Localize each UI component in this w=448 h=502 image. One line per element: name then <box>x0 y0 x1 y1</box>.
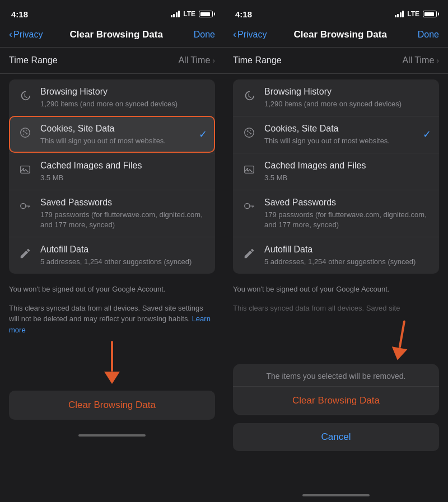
passwords-subtitle-right: 179 passwords (for flutterwave.com, dign… <box>264 210 431 230</box>
clear-data-button-left[interactable]: Clear Browsing Data <box>9 391 215 420</box>
time-range-selected-right: All Time <box>402 55 434 65</box>
svg-point-20 <box>245 203 250 208</box>
time-range-row-right[interactable]: Time Range All Time › <box>224 48 448 73</box>
cancel-label: Cancel <box>321 431 351 442</box>
data-list-left: Browsing History 1,290 items (and more o… <box>9 79 215 274</box>
footer-text-2-left: This clears synced data from all devices… <box>0 298 224 339</box>
browsing-history-title-left: Browsing History <box>40 86 207 98</box>
list-item-cookies-right[interactable]: Cookies, Site Data This will sign you ou… <box>233 116 439 153</box>
back-button-left[interactable]: ‹ Privacy <box>9 29 43 40</box>
cookie-icon-left <box>17 124 34 141</box>
svg-point-1 <box>23 130 25 132</box>
left-panel: 4:18 LTE ‹ Privacy Clear Browsing Data D… <box>0 0 224 502</box>
footer-text-2-right: This clears synced data from all devices… <box>224 298 448 317</box>
cookies-title-left: Cookies, Site Data <box>40 123 194 135</box>
passwords-title-right: Saved Passwords <box>264 197 431 209</box>
battery-icon-right <box>423 11 437 17</box>
svg-point-15 <box>250 133 251 134</box>
cookies-subtitle-left: This will sign you out of most websites. <box>40 136 194 146</box>
cookies-content-left: Cookies, Site Data This will sign you ou… <box>40 123 194 146</box>
browsing-history-subtitle-left: 1,290 items (and more on synced devices) <box>40 99 207 109</box>
list-item-autofill-right[interactable]: Autofill Data 5 addresses, 1,254 other s… <box>233 237 439 274</box>
list-item-cached-right[interactable]: Cached Images and Files 3.5 MB <box>233 153 439 190</box>
cancel-button[interactable]: Cancel <box>233 423 439 451</box>
list-item-cached-left[interactable]: Cached Images and Files 3.5 MB <box>9 153 215 190</box>
key-icon-left <box>17 198 34 215</box>
list-item-passwords-right[interactable]: Saved Passwords 179 passwords (for flutt… <box>233 190 439 237</box>
svg-point-13 <box>247 130 249 132</box>
svg-point-14 <box>250 130 251 131</box>
list-item-cookies-left[interactable]: Cookies, Site Data This will sign you ou… <box>9 116 215 153</box>
svg-point-17 <box>249 132 250 133</box>
browsing-history-content-left: Browsing History 1,290 items (and more o… <box>40 86 207 109</box>
browsing-history-title-right: Browsing History <box>264 86 431 98</box>
nav-title-left: Clear Browsing Data <box>48 29 184 40</box>
cookies-subtitle-right: This will sign you out of most websites. <box>264 136 418 146</box>
cookie-icon-right <box>241 124 258 141</box>
home-bar-left <box>78 434 146 437</box>
cached-subtitle-left: 3.5 MB <box>40 173 207 183</box>
cached-subtitle-right: 3.5 MB <box>264 173 431 183</box>
home-indicator-left <box>0 431 224 442</box>
section-divider-left <box>0 73 224 74</box>
chevron-right-icon-right: › <box>436 56 439 65</box>
clear-data-label-left: Clear Browsing Data <box>68 400 156 411</box>
autofill-content-left: Autofill Data 5 addresses, 1,254 other s… <box>40 244 207 267</box>
list-item-browsing-history-left[interactable]: Browsing History 1,290 items (and more o… <box>9 79 215 116</box>
passwords-subtitle-left: 179 passwords (for flutterwave.com, dign… <box>40 210 207 230</box>
svg-point-16 <box>247 134 248 135</box>
nav-title-right: Clear Browsing Data <box>272 29 408 40</box>
done-button-left[interactable]: Done <box>190 30 215 40</box>
lte-label-right: LTE <box>407 10 419 18</box>
autofill-icon-right <box>241 245 258 262</box>
cached-title-right: Cached Images and Files <box>264 160 431 172</box>
nav-bar-right: ‹ Privacy Clear Browsing Data Done <box>224 25 448 47</box>
back-button-right[interactable]: ‹ Privacy <box>233 29 267 40</box>
home-bar-right <box>302 494 370 496</box>
section-divider-right <box>224 73 448 74</box>
browsing-history-content-right: Browsing History 1,290 items (and more o… <box>264 86 431 109</box>
cookies-checkmark-right: ✓ <box>423 128 431 140</box>
autofill-title-right: Autofill Data <box>264 244 431 256</box>
arrow-right <box>224 320 448 360</box>
image-icon-left <box>17 161 34 178</box>
browsing-history-subtitle-right: 1,290 items (and more on synced devices) <box>264 99 431 109</box>
svg-point-8 <box>21 203 26 208</box>
data-list-right: Browsing History 1,290 items (and more o… <box>233 79 439 274</box>
cached-content-left: Cached Images and Files 3.5 MB <box>40 160 207 183</box>
passwords-content-right: Saved Passwords 179 passwords (for flutt… <box>264 197 431 230</box>
chevron-left-icon-right: ‹ <box>233 29 236 40</box>
cookies-content-right: Cookies, Site Data This will sign you ou… <box>264 123 418 146</box>
popup-clear-button[interactable]: Clear Browsing Data <box>233 387 439 415</box>
key-icon-right <box>241 198 258 215</box>
autofill-content-right: Autofill Data 5 addresses, 1,254 other s… <box>264 244 431 267</box>
passwords-content-left: Saved Passwords 179 passwords (for flutt… <box>40 197 207 230</box>
nav-bar-left: ‹ Privacy Clear Browsing Data Done <box>0 25 224 47</box>
list-item-browsing-history-right[interactable]: Browsing History 1,290 items (and more o… <box>233 79 439 116</box>
time-range-value-right: All Time › <box>402 55 439 65</box>
battery-icon-left <box>199 11 213 17</box>
bottom-section-left: Clear Browsing Data <box>0 386 224 431</box>
time-range-selected-left: All Time <box>178 55 210 65</box>
chevron-left-icon-left: ‹ <box>9 29 12 40</box>
status-icons-right: LTE <box>395 10 437 18</box>
image-icon-right <box>241 161 258 178</box>
svg-point-2 <box>26 130 27 131</box>
cancel-button-container: Cancel <box>233 423 439 451</box>
home-indicator-right <box>224 491 448 502</box>
popup-message: The items you selected will be removed. <box>233 364 439 387</box>
autofill-subtitle-right: 5 addresses, 1,254 other suggestions (sy… <box>264 257 431 267</box>
signal-icon-left <box>171 11 180 17</box>
time-range-label-right: Time Range <box>233 55 282 65</box>
done-button-right[interactable]: Done <box>414 30 439 40</box>
history-icon-right <box>241 87 258 104</box>
time-range-value-left: All Time › <box>178 55 215 65</box>
autofill-title-left: Autofill Data <box>40 244 207 256</box>
list-item-passwords-left[interactable]: Saved Passwords 179 passwords (for flutt… <box>9 190 215 237</box>
status-bar-right: 4:18 LTE <box>224 0 448 25</box>
back-label-right: Privacy <box>237 30 267 40</box>
cached-title-left: Cached Images and Files <box>40 160 207 172</box>
time-range-row-left[interactable]: Time Range All Time › <box>0 48 224 73</box>
list-item-autofill-left[interactable]: Autofill Data 5 addresses, 1,254 other s… <box>9 237 215 274</box>
autofill-subtitle-left: 5 addresses, 1,254 other suggestions (sy… <box>40 257 207 267</box>
